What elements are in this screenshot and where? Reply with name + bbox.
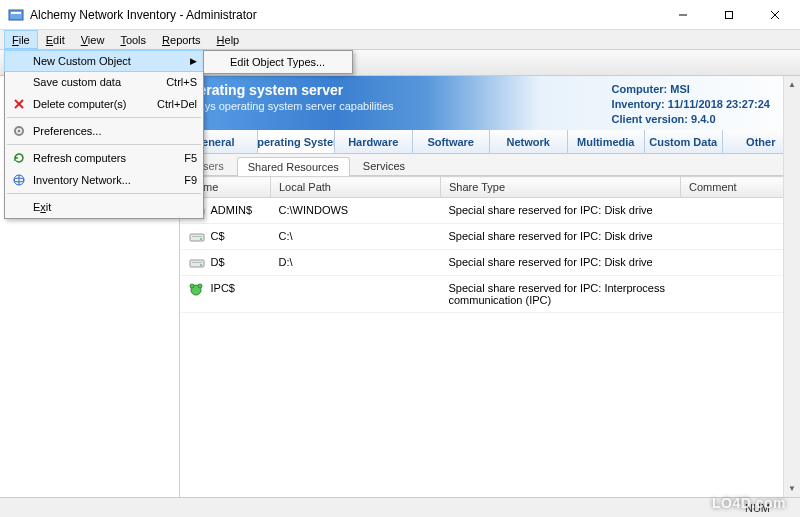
shared-resources-grid[interactable]: Name Local Path Share Type Comment ADMIN… xyxy=(180,176,800,497)
menu-edit-object-types[interactable]: Edit Object Types... xyxy=(204,51,352,73)
detail-pane: perating system server plays operating s… xyxy=(180,76,800,497)
menu-exit[interactable]: Exit xyxy=(5,196,203,218)
menu-delete-computers[interactable]: Delete computer(s) Ctrl+Del xyxy=(5,93,203,115)
tab-network[interactable]: Network xyxy=(490,130,568,153)
menu-new-custom-object[interactable]: New Custom Object ▶ xyxy=(4,50,204,72)
cell-share-type: Special share reserved for IPC: Interpro… xyxy=(441,276,681,313)
svg-point-18 xyxy=(200,238,202,240)
delete-icon xyxy=(9,96,29,112)
blank-icon xyxy=(9,199,29,215)
cell-share-type: Special share reserved for IPC: Disk dri… xyxy=(441,250,681,276)
menu-separator xyxy=(7,117,201,118)
cell-share-type: Special share reserved for IPC: Disk dri… xyxy=(441,224,681,250)
network-icon xyxy=(9,172,29,188)
cell-comment xyxy=(681,224,800,250)
cell-local-path xyxy=(271,276,441,313)
banner-title: perating system server xyxy=(190,82,612,98)
menu-reports[interactable]: Reports xyxy=(154,30,209,49)
menu-view[interactable]: View xyxy=(73,30,113,49)
blank-icon xyxy=(9,53,29,69)
submenu-arrow-icon: ▶ xyxy=(190,56,197,66)
table-row[interactable]: ADMIN$C:\WINDOWSSpecial share reserved f… xyxy=(181,198,800,224)
menu-file[interactable]: File xyxy=(4,30,38,49)
cell-comment xyxy=(681,250,800,276)
titlebar: Alchemy Network Inventory - Administrato… xyxy=(0,0,800,30)
banner-info: Computer: MSI Inventory: 11/11/2018 23:2… xyxy=(612,82,790,124)
tab-multimedia[interactable]: Multimedia xyxy=(568,130,646,153)
maximize-button[interactable] xyxy=(706,0,752,30)
cell-name: IPC$ xyxy=(211,282,235,294)
col-comment[interactable]: Comment xyxy=(681,177,800,198)
cell-name: ADMIN$ xyxy=(211,204,253,216)
drive-icon xyxy=(189,231,205,243)
cell-share-type: Special share reserved for IPC: Disk dri… xyxy=(441,198,681,224)
window-controls xyxy=(660,0,798,30)
tab-hardware[interactable]: Hardware xyxy=(335,130,413,153)
svg-rect-20 xyxy=(192,262,202,263)
minimize-button[interactable] xyxy=(660,0,706,30)
table-header-row: Name Local Path Share Type Comment xyxy=(181,177,800,198)
menu-inventory-network[interactable]: Inventory Network... F9 xyxy=(5,169,203,191)
watermark: LO4D.com xyxy=(712,495,786,511)
cell-local-path: D:\ xyxy=(271,250,441,276)
menu-preferences[interactable]: Preferences... xyxy=(5,120,203,142)
menu-tools[interactable]: Tools xyxy=(112,30,154,49)
cell-name: D$ xyxy=(211,256,225,268)
svg-rect-1 xyxy=(11,12,21,14)
vertical-scrollbar[interactable]: ▲ ▼ xyxy=(783,76,800,497)
svg-point-21 xyxy=(200,264,202,266)
tab-operating-system[interactable]: Operating System xyxy=(258,130,336,153)
menubar: File Edit View Tools Reports Help xyxy=(0,30,800,50)
table-row[interactable]: C$C:\Special share reserved for IPC: Dis… xyxy=(181,224,800,250)
tab-custom-data[interactable]: Custom Data xyxy=(645,130,723,153)
window-title: Alchemy Network Inventory - Administrato… xyxy=(30,8,660,22)
gear-icon xyxy=(9,123,29,139)
menu-separator xyxy=(7,144,201,145)
cell-comment xyxy=(681,198,800,224)
menu-edit[interactable]: Edit xyxy=(38,30,73,49)
menu-help[interactable]: Help xyxy=(209,30,248,49)
refresh-icon xyxy=(9,150,29,166)
subtab-services[interactable]: Services xyxy=(352,156,416,175)
close-button[interactable] xyxy=(752,0,798,30)
cell-local-path: C:\WINDOWS xyxy=(271,198,441,224)
svg-rect-16 xyxy=(190,234,204,241)
tab-software[interactable]: Software xyxy=(413,130,491,153)
scroll-track[interactable] xyxy=(784,93,800,480)
col-share-type[interactable]: Share Type xyxy=(441,177,681,198)
menu-refresh-computers[interactable]: Refresh computers F5 xyxy=(5,147,203,169)
scroll-down-button[interactable]: ▼ xyxy=(784,480,800,497)
menu-separator xyxy=(7,193,201,194)
table-row[interactable]: IPC$Special share reserved for IPC: Inte… xyxy=(181,276,800,313)
ipc-icon xyxy=(189,283,205,295)
svg-rect-17 xyxy=(192,236,202,237)
sub-tabs: Users Shared Resources Services xyxy=(180,154,800,176)
app-icon xyxy=(8,7,24,23)
cell-local-path: C:\ xyxy=(271,224,441,250)
file-menu-dropdown: New Custom Object ▶ Save custom data Ctr… xyxy=(4,50,204,219)
status-bar: NUM xyxy=(0,497,800,517)
svg-rect-3 xyxy=(726,11,733,18)
svg-point-24 xyxy=(198,284,202,288)
svg-rect-19 xyxy=(190,260,204,267)
subtab-shared-resources[interactable]: Shared Resources xyxy=(237,157,350,176)
svg-rect-0 xyxy=(9,10,23,20)
new-custom-object-submenu: Edit Object Types... xyxy=(203,50,353,74)
col-local-path[interactable]: Local Path xyxy=(271,177,441,198)
category-tabs: eneral Operating System Hardware Softwar… xyxy=(180,130,800,154)
drive-icon xyxy=(189,257,205,269)
table-row[interactable]: D$D:\Special share reserved for IPC: Dis… xyxy=(181,250,800,276)
cell-name: C$ xyxy=(211,230,225,242)
menu-save-custom-data[interactable]: Save custom data Ctrl+S xyxy=(5,71,203,93)
svg-point-9 xyxy=(18,130,21,133)
cell-comment xyxy=(681,276,800,313)
header-banner: perating system server plays operating s… xyxy=(180,76,800,130)
scroll-up-button[interactable]: ▲ xyxy=(784,76,800,93)
blank-icon xyxy=(9,74,29,90)
banner-subtitle: plays operating system server capabiliti… xyxy=(190,100,612,112)
svg-point-23 xyxy=(190,284,194,288)
